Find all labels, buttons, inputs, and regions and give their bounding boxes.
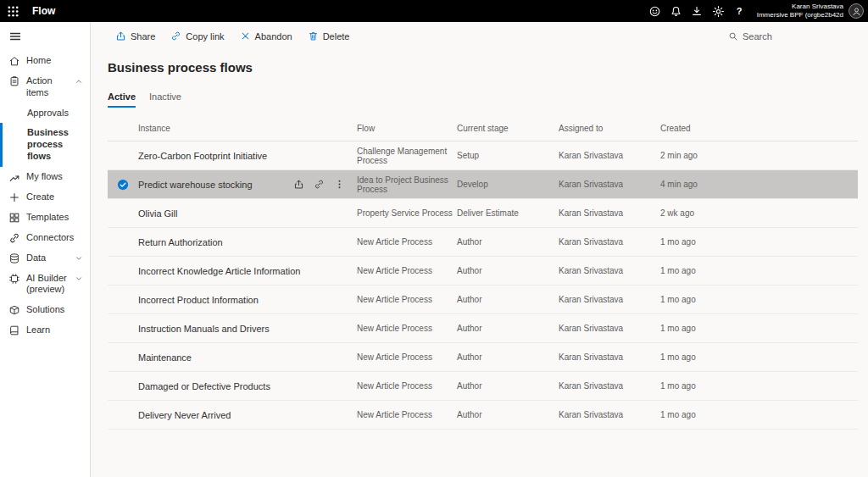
- table-row[interactable]: Zero-Carbon Footprint Initiative Challen…: [108, 141, 858, 170]
- sidebar-item-learn[interactable]: Learn: [0, 320, 90, 341]
- help-icon[interactable]: ?: [729, 0, 750, 22]
- instance-cell: Incorrect Knowledge Article Information: [138, 266, 357, 276]
- trash-icon: [308, 31, 319, 42]
- copy-link-button[interactable]: Copy link: [163, 28, 231, 44]
- sidebar-item-ai-builder[interactable]: AI Builder (preview): [0, 269, 90, 301]
- sidebar-item-my-flows[interactable]: My flows: [0, 167, 90, 187]
- table-row[interactable]: Instruction Manuals and Drivers New Arti…: [108, 314, 858, 343]
- table-row[interactable]: Damaged or Defective Products New Articl…: [108, 372, 858, 401]
- flow-cell: New Article Process: [357, 295, 457, 304]
- table-row[interactable]: Return Authorization New Article Process…: [108, 228, 858, 257]
- row-more-icon[interactable]: [334, 179, 345, 190]
- chevron-down-icon: [75, 275, 83, 283]
- assigned-to-cell: Karan Srivastava: [559, 237, 660, 247]
- sidebar-item-label: Business process flows: [27, 127, 86, 162]
- sidebar-item-label: Templates: [26, 212, 86, 224]
- delete-button[interactable]: Delete: [300, 28, 358, 44]
- sidebar-item-create[interactable]: Create: [0, 187, 90, 208]
- bpf-table: Instance Flow Current stage Assigned to …: [108, 116, 858, 430]
- current-stage-cell: Setup: [457, 151, 559, 160]
- command-bar: Share Copy link Abandon Delete: [91, 22, 868, 48]
- assigned-to-cell: Karan Srivastava: [559, 324, 660, 333]
- table-row[interactable]: Incorrect Product Information New Articl…: [108, 286, 858, 314]
- sidebar-item-approvals[interactable]: Approvals: [0, 103, 90, 124]
- sidebar-toggle-hamburger-icon[interactable]: [0, 22, 90, 51]
- sidebar-item-action-items[interactable]: Action items: [0, 71, 90, 103]
- created-cell: 4 min ago: [660, 180, 858, 189]
- topbar: Flow ? Karan Srivastava Immersive BPF (o…: [0, 0, 868, 22]
- sidebar-item-templates[interactable]: Templates: [0, 208, 90, 228]
- sidebar-item-label: Solutions: [26, 304, 86, 316]
- instance-cell: Delivery Never Arrived: [138, 410, 357, 420]
- tab-active[interactable]: Active: [108, 92, 136, 108]
- search-box[interactable]: [728, 31, 819, 42]
- created-cell: 1 mo ago: [660, 324, 858, 333]
- column-header-created[interactable]: Created: [660, 124, 858, 133]
- flow-cell: Property Service Process: [357, 208, 457, 218]
- selected-check-icon: [117, 179, 129, 191]
- current-stage-cell: Author: [457, 237, 559, 247]
- sidebar-item-label: Connectors: [26, 232, 86, 244]
- search-input[interactable]: [743, 31, 819, 42]
- column-header-flow[interactable]: Flow: [357, 124, 457, 133]
- avatar[interactable]: [849, 3, 864, 19]
- account-user-name: Karan Srivastava: [757, 3, 843, 11]
- sidebar-item-label: Approvals: [27, 108, 86, 119]
- created-cell: 2 min ago: [660, 151, 858, 160]
- tab-inactive[interactable]: Inactive: [149, 92, 181, 108]
- table-row[interactable]: Delivery Never Arrived New Article Proce…: [108, 401, 858, 430]
- table-row[interactable]: Incorrect Knowledge Article Information …: [108, 257, 858, 286]
- current-stage-cell: Author: [457, 381, 559, 391]
- feedback-smiley-icon[interactable]: [644, 0, 665, 22]
- flow-cell: Challenge Management Process: [357, 147, 457, 165]
- flow-cell: New Article Process: [357, 410, 457, 419]
- sidebar-item-business-process-flows[interactable]: Business process flows: [0, 123, 90, 166]
- share-label: Share: [131, 31, 155, 42]
- current-stage-cell: Author: [457, 410, 559, 419]
- assigned-to-cell: Karan Srivastava: [559, 151, 660, 160]
- sidebar-item-solutions[interactable]: Solutions: [0, 300, 90, 320]
- abandon-label: Abandon: [255, 31, 292, 42]
- app-launcher-icon[interactable]: [0, 0, 25, 22]
- settings-gear-icon[interactable]: [708, 0, 729, 22]
- sidebar-item-label: My flows: [26, 171, 86, 183]
- instance-cell: Zero-Carbon Footprint Initiative: [138, 151, 357, 161]
- row-select-cell[interactable]: [108, 179, 138, 191]
- instance-cell: Incorrect Product Information: [138, 295, 357, 305]
- account-environment: Immersive BPF (orgbe2b42d: [757, 11, 843, 19]
- sidebar-item-data[interactable]: Data: [0, 248, 90, 269]
- current-stage-cell: Author: [457, 295, 559, 304]
- flow-cell: New Article Process: [357, 381, 457, 391]
- delete-label: Delete: [323, 31, 350, 42]
- sidebar: Home Action items Approvals Business pro…: [0, 22, 91, 477]
- download-icon[interactable]: [687, 0, 708, 22]
- table-row-selected[interactable]: Predict warehouse stocking Idea to Proje…: [108, 170, 858, 199]
- created-cell: 1 mo ago: [660, 295, 858, 304]
- column-header-assigned-to[interactable]: Assigned to: [559, 124, 660, 133]
- clipboard-icon: [8, 75, 20, 87]
- main-content: Share Copy link Abandon Delete Business …: [91, 22, 868, 477]
- book-icon: [8, 324, 20, 336]
- table-row[interactable]: Olivia Gill Property Service Process Del…: [108, 199, 858, 228]
- table-row[interactable]: Maintenance New Article Process Author K…: [108, 343, 858, 372]
- column-header-instance[interactable]: Instance: [138, 124, 357, 133]
- share-icon: [115, 31, 126, 42]
- notifications-bell-icon[interactable]: [665, 0, 687, 22]
- table-header: Instance Flow Current stage Assigned to …: [108, 116, 858, 141]
- templates-grid-icon: [8, 212, 20, 224]
- sidebar-item-label: Learn: [26, 324, 86, 336]
- abandon-button[interactable]: Abandon: [232, 28, 300, 44]
- row-share-icon[interactable]: [293, 179, 304, 190]
- column-header-current-stage[interactable]: Current stage: [457, 124, 559, 133]
- account-info[interactable]: Karan Srivastava Immersive BPF (orgbe2b4…: [757, 3, 843, 19]
- share-button[interactable]: Share: [108, 28, 163, 44]
- flow-cell: New Article Process: [357, 352, 457, 362]
- assigned-to-cell: Karan Srivastava: [559, 410, 660, 419]
- row-link-icon[interactable]: [314, 179, 325, 190]
- sidebar-item-connectors[interactable]: Connectors: [0, 228, 90, 248]
- flows-icon: [8, 171, 20, 183]
- instance-cell: Damaged or Defective Products: [138, 381, 357, 391]
- instance-cell: Predict warehouse stocking: [138, 179, 357, 190]
- link-icon: [170, 31, 181, 42]
- sidebar-item-home[interactable]: Home: [0, 51, 90, 71]
